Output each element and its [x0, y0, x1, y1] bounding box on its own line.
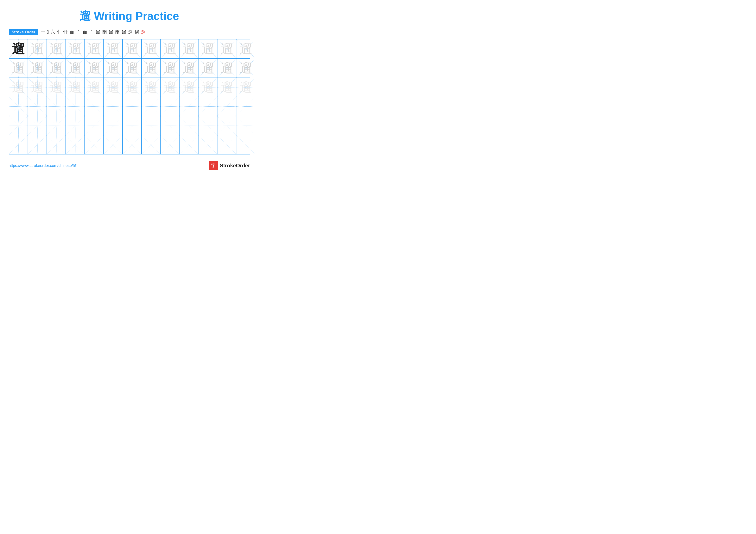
svg-line-155	[236, 135, 256, 154]
cell-2-7[interactable]: 遛	[122, 59, 142, 78]
cell-1-2[interactable]: 遛	[28, 39, 47, 58]
cell-4-13[interactable]	[236, 97, 256, 116]
cell-3-3[interactable]: 遛	[47, 78, 66, 97]
svg-line-81	[28, 97, 46, 116]
cell-6-3[interactable]	[47, 135, 66, 154]
svg-line-118	[142, 116, 160, 135]
svg-line-89	[104, 97, 122, 116]
cell-4-3[interactable]	[47, 97, 66, 116]
cell-2-2[interactable]: 遛	[28, 59, 47, 78]
cell-3-6[interactable]: 遛	[104, 78, 122, 97]
cell-4-6[interactable]	[104, 97, 122, 116]
cell-2-3[interactable]: 遛	[47, 59, 66, 78]
cell-3-2[interactable]: 遛	[28, 78, 47, 97]
svg-line-154	[236, 135, 256, 154]
cell-3-11[interactable]: 遛	[199, 78, 217, 97]
title-character: 遛 Writing Practice	[80, 10, 179, 22]
cell-4-2[interactable]	[28, 97, 47, 116]
svg-line-95	[161, 97, 179, 116]
svg-line-111	[66, 116, 85, 135]
cell-2-8[interactable]: 遛	[142, 59, 161, 78]
cell-5-3[interactable]	[47, 116, 66, 135]
cell-1-3[interactable]: 遛	[47, 39, 66, 58]
cell-3-10[interactable]: 遛	[179, 78, 199, 97]
cell-4-10[interactable]	[179, 97, 199, 116]
cell-5-13[interactable]	[236, 116, 256, 135]
cell-1-7[interactable]: 遛	[122, 39, 142, 58]
cell-3-8[interactable]: 遛	[142, 78, 161, 97]
cell-1-12[interactable]: 遛	[217, 39, 236, 58]
cell-1-4[interactable]: 遛	[66, 39, 85, 58]
cell-3-4[interactable]: 遛	[66, 78, 85, 97]
cell-1-11[interactable]: 遛	[199, 39, 217, 58]
cell-2-6[interactable]: 遛	[104, 59, 122, 78]
stroke-17: 遛	[141, 29, 146, 35]
cell-1-10[interactable]: 遛	[179, 39, 199, 58]
cell-6-2[interactable]	[28, 135, 47, 154]
stroke-12: 爾	[108, 29, 114, 35]
svg-line-91	[122, 97, 141, 116]
cell-6-5[interactable]	[85, 135, 104, 154]
cell-4-7[interactable]	[122, 97, 142, 116]
svg-line-124	[199, 116, 217, 135]
cell-1-8[interactable]: 遛	[142, 39, 161, 58]
cell-1-9[interactable]: 遛	[161, 39, 179, 58]
cell-5-1[interactable]	[9, 116, 28, 135]
cell-3-1[interactable]: 遛	[9, 78, 28, 97]
cell-5-11[interactable]	[199, 116, 217, 135]
cell-6-7[interactable]	[122, 135, 142, 154]
cell-2-13[interactable]: 遛	[236, 59, 256, 78]
cell-6-10[interactable]	[179, 135, 199, 154]
cell-5-10[interactable]	[179, 116, 199, 135]
cell-6-4[interactable]	[66, 135, 85, 154]
cell-2-1[interactable]: 遛	[9, 59, 28, 78]
cell-1-6[interactable]: 遛	[104, 39, 122, 58]
char-guide: 遛	[126, 42, 139, 55]
cell-4-5[interactable]	[85, 97, 104, 116]
cell-2-10[interactable]: 遛	[179, 59, 199, 78]
cell-3-13[interactable]: 遛	[236, 78, 256, 97]
cell-3-5[interactable]: 遛	[85, 78, 104, 97]
cell-5-8[interactable]	[142, 116, 161, 135]
cell-6-9[interactable]	[161, 135, 179, 154]
cell-5-6[interactable]	[104, 116, 122, 135]
cell-6-8[interactable]	[142, 135, 161, 154]
cell-6-13[interactable]	[236, 135, 256, 154]
svg-line-119	[142, 116, 160, 135]
cell-3-9[interactable]: 遛	[161, 78, 179, 97]
cell-5-12[interactable]	[217, 116, 236, 135]
cell-4-1[interactable]	[9, 97, 28, 116]
svg-line-145	[142, 136, 160, 154]
cell-2-5[interactable]: 遛	[85, 59, 104, 78]
cell-2-12[interactable]: 遛	[217, 59, 236, 78]
cell-6-6[interactable]	[104, 135, 122, 154]
svg-line-84	[66, 97, 85, 116]
cell-3-7[interactable]: 遛	[122, 78, 142, 97]
cell-4-8[interactable]	[142, 97, 161, 116]
cell-5-4[interactable]	[66, 116, 85, 135]
cell-4-11[interactable]	[199, 97, 217, 116]
cell-2-9[interactable]: 遛	[161, 59, 179, 78]
cell-4-4[interactable]	[66, 97, 85, 116]
cell-3-12[interactable]: 遛	[217, 78, 236, 97]
svg-line-147	[161, 136, 179, 154]
cell-5-9[interactable]	[161, 116, 179, 135]
footer-url[interactable]: https://www.strokeorder.com/chinese/遛	[9, 163, 77, 168]
cell-5-7[interactable]	[122, 116, 142, 135]
svg-line-128	[236, 116, 256, 135]
cell-4-12[interactable]	[217, 97, 236, 116]
title-area: 遛 Writing Practice	[9, 9, 250, 24]
cell-1-5[interactable]: 遛	[85, 39, 104, 58]
cell-1-13[interactable]: 遛	[236, 39, 256, 58]
svg-line-117	[122, 116, 141, 135]
cell-4-9[interactable]	[161, 97, 179, 116]
cell-2-4[interactable]: 遛	[66, 59, 85, 78]
cell-6-1[interactable]	[9, 135, 28, 154]
stroke-chars: 一 𠃍 六 忄 忏 而 而 而 而 爾 爾 爾 爾 爾 遛 遛 遛	[40, 29, 146, 35]
cell-1-1[interactable]: 遛	[9, 39, 28, 58]
cell-2-11[interactable]: 遛	[199, 59, 217, 78]
cell-6-11[interactable]	[199, 135, 217, 154]
cell-5-2[interactable]	[28, 116, 47, 135]
cell-5-5[interactable]	[85, 116, 104, 135]
cell-6-12[interactable]	[217, 135, 236, 154]
